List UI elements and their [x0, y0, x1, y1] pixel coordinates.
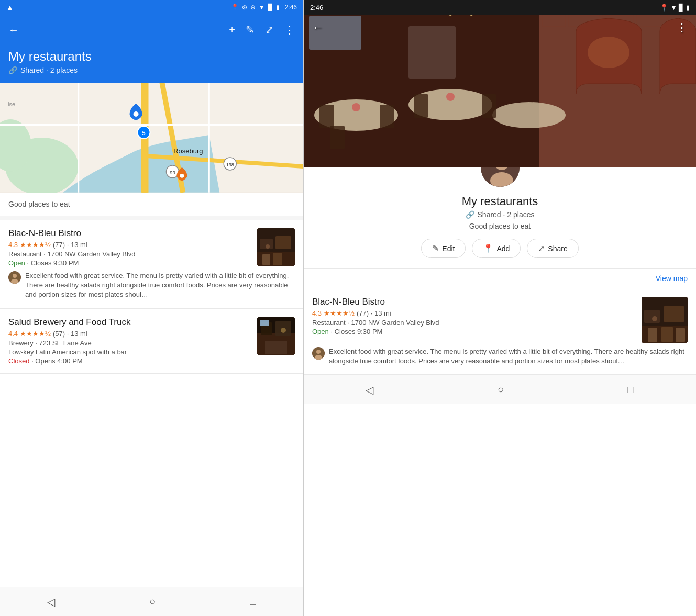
back-nav-left[interactable]: ◁: [35, 591, 68, 612]
svg-point-33: [281, 328, 286, 333]
right-place-name-bistro: Blac-N-Bleu Bistro: [312, 297, 635, 307]
link-icon-left: 🔗: [8, 66, 17, 74]
edit-label: Edit: [442, 244, 455, 253]
right-place-info-bistro: Blac-N-Bleu Bistro 4.3 ★★★★½ (77) · 13 m…: [312, 297, 635, 335]
place-name-bistro-left: Blac-N-Bleu Bistro: [8, 228, 251, 239]
svg-rect-32: [260, 320, 269, 326]
toolbar-left: ← + ✎ ⤢ ⋮: [0, 15, 303, 45]
svg-rect-58: [482, 94, 496, 118]
back-button-left[interactable]: ←: [8, 24, 19, 36]
svg-rect-56: [330, 126, 345, 149]
svg-rect-55: [380, 105, 394, 128]
svg-rect-75: [644, 310, 660, 323]
cellular-icon-right: ▊: [679, 4, 684, 12]
right-place-thumb-bistro: [642, 297, 688, 343]
right-place-rating-bistro: 4.3 ★★★★½ (77) · 13 mi: [312, 309, 635, 317]
battery-icon-right: ▮: [686, 4, 690, 12]
status-bar-left: ▲ 📍 ⊛ ⊖ ▼ ▊ ▮ 2:46: [0, 0, 303, 15]
place-card-salud[interactable]: Salud Brewery and Food Truck 4.4 ★★★★½ (…: [0, 309, 303, 374]
review-text-bistro-left: Excellent food with great service. The m…: [25, 271, 295, 300]
recent-nav-left[interactable]: □: [237, 591, 269, 612]
svg-rect-79: [648, 328, 657, 342]
description-left: Good places to eat: [0, 193, 303, 220]
svg-point-78: [652, 316, 657, 321]
svg-text:5: 5: [142, 130, 145, 136]
place-name-salud: Salud Brewery and Food Truck: [8, 317, 251, 328]
bluetooth-icon: ⊛: [242, 4, 247, 11]
location-icon: 📍: [231, 4, 239, 11]
right-reviewer-avatar-bistro: [312, 347, 325, 360]
right-place-hours-bistro: Open · Closes 9:30 PM: [312, 328, 635, 335]
home-nav-right[interactable]: ○: [485, 379, 516, 400]
time-left: 2:46: [285, 4, 297, 11]
svg-rect-80: [661, 327, 673, 342]
profile-section: My restaurants 🔗 Shared · 2 places Good …: [304, 167, 696, 268]
back-button-right[interactable]: ←: [312, 21, 324, 35]
hero-section: ← ⋮: [304, 0, 696, 167]
more-button-left[interactable]: ⋮: [284, 24, 295, 36]
svg-point-22: [266, 244, 270, 249]
left-panel: ▲ 📍 ⊛ ⊖ ▼ ▊ ▮ 2:46 ← + ✎ ⤢ ⋮ My restaura…: [0, 0, 304, 616]
add-button[interactable]: +: [229, 24, 235, 36]
right-place-card-bistro[interactable]: Blac-N-Bleu Bistro 4.3 ★★★★½ (77) · 13 m…: [304, 288, 696, 375]
right-place-type-bistro: Restaurant · 1700 NW Garden Valley Blvd: [312, 319, 635, 327]
svg-rect-57: [414, 94, 428, 118]
place-thumb-bistro-left: [257, 228, 295, 266]
edit-button-left[interactable]: ✎: [246, 24, 255, 36]
share-button-left[interactable]: ⤢: [265, 24, 274, 36]
page-title-left: My restaurants: [8, 49, 295, 64]
minus-circle-icon: ⊖: [250, 4, 256, 11]
svg-rect-54: [319, 105, 334, 128]
view-map-row: View map: [304, 268, 696, 288]
right-place-top-bistro: Blac-N-Bleu Bistro 4.3 ★★★★½ (77) · 13 m…: [312, 297, 688, 343]
place-info-bistro: Blac-N-Bleu Bistro 4.3 ★★★★½ (77) · 13 m…: [8, 228, 251, 267]
wifi-icon-right: ▼: [670, 4, 677, 12]
svg-text:99: 99: [170, 170, 176, 175]
svg-point-16: [180, 174, 184, 178]
add-action-button[interactable]: 📍 Add: [472, 239, 521, 258]
add-label: Add: [496, 244, 510, 253]
right-panel: 2:46 📍 ▼ ▊ ▮: [304, 0, 696, 616]
place-card-top-salud: Salud Brewery and Food Truck 4.4 ★★★★½ (…: [8, 317, 295, 365]
svg-rect-23: [262, 254, 270, 265]
svg-rect-24: [273, 253, 282, 265]
svg-text:Roseburg: Roseburg: [173, 147, 203, 155]
place-card-top-bistro: Blac-N-Bleu Bistro 4.3 ★★★★½ (77) · 13 m…: [8, 228, 295, 267]
share-action-button[interactable]: ⤢ Share: [527, 239, 578, 258]
svg-point-59: [352, 103, 360, 111]
home-nav-left[interactable]: ○: [137, 591, 168, 612]
arrow-icon: ▲: [6, 3, 14, 12]
back-nav-right[interactable]: ◁: [353, 379, 386, 400]
review-row-bistro-left: Excellent food with great service. The m…: [8, 271, 295, 300]
subtitle-text-left: Shared · 2 places: [20, 66, 78, 74]
cellular-icon: ▊: [268, 4, 273, 11]
svg-rect-20: [275, 236, 291, 249]
place-card-bistro-left[interactable]: Blac-N-Bleu Bistro 4.3 ★★★★½ (77) · 13 m…: [0, 220, 303, 309]
battery-icon: ▮: [276, 4, 280, 11]
svg-rect-81: [676, 328, 685, 342]
more-button-right[interactable]: ⋮: [676, 21, 688, 35]
status-bar-right: 2:46 📍 ▼ ▊ ▮: [304, 0, 696, 15]
toolbar-actions: + ✎ ⤢ ⋮: [229, 24, 295, 36]
place-thumb-salud: [257, 317, 295, 355]
reviewer-avatar-bistro-left: [8, 271, 21, 284]
status-icons-right: 📍 ▼ ▊ ▮: [660, 4, 690, 12]
location-icon-right: 📍: [660, 4, 668, 12]
profile-subtitle: 🔗 Shared · 2 places: [466, 210, 535, 219]
view-map-link[interactable]: View map: [656, 274, 688, 283]
svg-text:ise: ise: [8, 101, 15, 107]
map-area[interactable]: 5 99 138 Roseburg ise: [0, 83, 303, 193]
action-buttons: ✎ Edit 📍 Add ⤢ Share: [421, 239, 578, 258]
share-label: Share: [548, 244, 567, 253]
header-subtitle-left: 🔗 Shared · 2 places: [8, 66, 295, 74]
place-type-bistro-left: Restaurant · 1700 NW Garden Valley Blvd: [8, 250, 251, 258]
recent-nav-right[interactable]: □: [615, 379, 647, 400]
place-type-salud: Brewery · 723 SE Lane Ave: [8, 339, 251, 347]
svg-point-71: [490, 172, 513, 188]
edit-icon: ✎: [432, 243, 439, 253]
add-pin-icon: 📍: [483, 243, 493, 253]
edit-action-button[interactable]: ✎ Edit: [421, 239, 466, 258]
bottom-nav-right: ◁ ○ □: [304, 375, 696, 404]
bottom-nav-left: ◁ ○ □: [0, 587, 303, 616]
time-right: 2:46: [310, 4, 323, 12]
